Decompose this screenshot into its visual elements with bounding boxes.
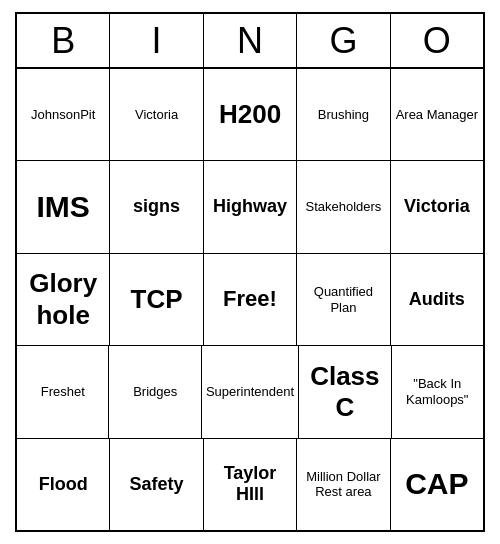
header-letter-G: G: [297, 14, 390, 67]
bingo-row-3: FreshetBridgesSuperintendentClass C"Back…: [17, 346, 483, 438]
bingo-row-4: FloodSafetyTaylor HIllMillion Dollar Res…: [17, 439, 483, 530]
bingo-row-1: IMSsignsHighwayStakeholdersVictoria: [17, 161, 483, 253]
bingo-cell-1-4: Victoria: [391, 161, 483, 252]
bingo-cell-1-2: Highway: [204, 161, 297, 252]
header-letter-I: I: [110, 14, 203, 67]
bingo-cell-1-0: IMS: [17, 161, 110, 252]
bingo-row-2: Glory holeTCPFree!Quantified PlanAudits: [17, 254, 483, 346]
bingo-cell-4-1: Safety: [110, 439, 203, 530]
bingo-card: BINGO JohnsonPitVictoriaH200BrushingArea…: [15, 12, 485, 532]
bingo-cell-3-3: Class C: [299, 346, 391, 437]
bingo-cell-0-3: Brushing: [297, 69, 390, 160]
bingo-body: JohnsonPitVictoriaH200BrushingArea Manag…: [17, 69, 483, 530]
bingo-cell-4-0: Flood: [17, 439, 110, 530]
bingo-cell-2-3: Quantified Plan: [297, 254, 390, 345]
bingo-cell-4-3: Million Dollar Rest area: [297, 439, 390, 530]
bingo-header: BINGO: [17, 14, 483, 69]
bingo-cell-4-4: CAP: [391, 439, 483, 530]
bingo-cell-1-1: signs: [110, 161, 203, 252]
bingo-cell-3-4: "Back In Kamloops": [392, 346, 483, 437]
bingo-cell-2-4: Audits: [391, 254, 483, 345]
header-letter-B: B: [17, 14, 110, 67]
bingo-cell-1-3: Stakeholders: [297, 161, 390, 252]
header-letter-N: N: [204, 14, 297, 67]
bingo-cell-2-0: Glory hole: [17, 254, 110, 345]
bingo-cell-2-2: Free!: [204, 254, 297, 345]
header-letter-O: O: [391, 14, 483, 67]
bingo-cell-4-2: Taylor HIll: [204, 439, 297, 530]
bingo-cell-0-4: Area Manager: [391, 69, 483, 160]
bingo-cell-0-2: H200: [204, 69, 297, 160]
bingo-cell-0-1: Victoria: [110, 69, 203, 160]
bingo-cell-3-0: Freshet: [17, 346, 109, 437]
bingo-cell-3-1: Bridges: [109, 346, 201, 437]
bingo-row-0: JohnsonPitVictoriaH200BrushingArea Manag…: [17, 69, 483, 161]
bingo-cell-3-2: Superintendent: [202, 346, 299, 437]
bingo-cell-2-1: TCP: [110, 254, 203, 345]
bingo-cell-0-0: JohnsonPit: [17, 69, 110, 160]
